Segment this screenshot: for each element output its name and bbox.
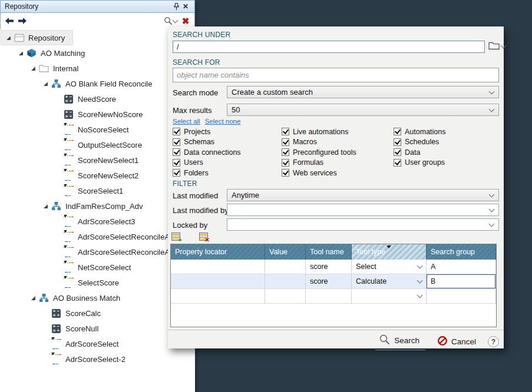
tree-item-scorenull[interactable]: +−×÷ScoreNull xyxy=(1,321,107,336)
back-arrow-icon[interactable] xyxy=(5,16,14,26)
checked-checkbox-icon[interactable] xyxy=(282,159,289,167)
column-header-tool-type[interactable]: Tool type xyxy=(352,244,427,260)
checkbox-projects[interactable]: Projects xyxy=(173,127,241,137)
cell-value[interactable] xyxy=(265,274,306,288)
checked-checkbox-icon[interactable] xyxy=(394,138,401,146)
browse-folder-button[interactable] xyxy=(488,41,505,52)
checkbox-web-services[interactable]: Web services xyxy=(282,168,356,178)
cell-search-group[interactable] xyxy=(427,289,496,303)
cell-tool-type[interactable]: Select xyxy=(352,260,427,274)
pin-icon[interactable] xyxy=(171,2,181,11)
checkbox-schedules[interactable]: Schedules xyxy=(394,137,445,148)
tree-item-internal[interactable]: ◢Internal xyxy=(1,61,87,76)
tree-item-selectscore[interactable]: SelectScore xyxy=(1,275,127,290)
cell-search-group[interactable]: B xyxy=(427,274,496,288)
tree-item-noscoreselect[interactable]: NoScoreSelect xyxy=(1,122,137,137)
checked-checkbox-icon[interactable] xyxy=(282,128,289,135)
close-icon[interactable]: ✕ xyxy=(181,2,190,11)
cell-property-locator[interactable] xyxy=(171,260,265,274)
tree-item-ao-matching[interactable]: ◢AO Matching xyxy=(1,45,93,61)
checked-checkbox-icon[interactable] xyxy=(173,148,180,156)
checkbox-automations[interactable]: Automations xyxy=(394,127,445,137)
search-mode-select[interactable]: Create a custom search xyxy=(227,86,499,98)
forward-arrow-icon[interactable] xyxy=(18,16,27,26)
add-row-icon[interactable]: + xyxy=(171,232,180,241)
column-header-search-group[interactable]: Search group xyxy=(427,244,496,260)
tree-item-adrscoreselect3[interactable]: AdrScoreSelect3 xyxy=(1,214,144,229)
tree-item-needscore[interactable]: +−×÷NeedScore xyxy=(1,91,124,107)
tree-item-adrscoreselect-2[interactable]: AdrScoreSelect-2 xyxy=(1,351,134,367)
search-button[interactable]: Search xyxy=(375,333,425,350)
last-modified-select[interactable]: Anytime xyxy=(227,189,499,201)
checkbox-data-connections[interactable]: Data connections xyxy=(173,147,241,158)
checkbox-data[interactable]: Data xyxy=(394,147,445,158)
cell-search-group[interactable]: A xyxy=(427,260,496,274)
cell-tool-type[interactable]: Calculate xyxy=(352,274,427,288)
search-under-input[interactable] xyxy=(173,41,485,53)
tree-item-ao-blank-field-reconcile[interactable]: ◢AO Blank Field Reconcile xyxy=(1,76,160,91)
cell-value[interactable] xyxy=(265,260,306,274)
select-none-link[interactable]: Select none xyxy=(205,118,241,125)
expander-icon[interactable]: ◢ xyxy=(41,203,50,209)
tree-item-repository[interactable]: ◢Repository xyxy=(1,30,73,45)
tree-item-outputselectscore[interactable]: OutputSelectScore xyxy=(1,137,150,152)
select-all-link[interactable]: Select all xyxy=(173,118,200,125)
checkbox-user-groups[interactable]: User groups xyxy=(394,158,445,168)
checkbox-schemas[interactable]: Schemas xyxy=(173,137,241,148)
checkbox-live-automations[interactable]: Live automations xyxy=(282,127,356,137)
cell-property-locator[interactable] xyxy=(171,274,265,288)
search-dropdown-icon[interactable] xyxy=(163,16,177,26)
expander-icon[interactable]: ◢ xyxy=(4,35,13,41)
cell-tool-type[interactable] xyxy=(352,289,427,303)
expander-icon[interactable]: ◢ xyxy=(29,295,38,301)
checkbox-formulas[interactable]: Formulas xyxy=(282,158,356,168)
checked-checkbox-icon[interactable] xyxy=(394,128,401,135)
checkbox-preconfigured-tools[interactable]: Preconfigured tools xyxy=(282,147,356,158)
checked-checkbox-icon[interactable] xyxy=(173,138,180,146)
table-row[interactable] xyxy=(171,289,496,304)
table-row[interactable]: scoreCalculateB xyxy=(171,274,496,289)
tree-item-scorenewselect2[interactable]: ScoreNewSelect2 xyxy=(1,168,147,183)
cell-tool-name[interactable]: score xyxy=(306,274,352,288)
help-button[interactable]: ? xyxy=(488,336,499,347)
checked-checkbox-icon[interactable] xyxy=(394,159,401,167)
checkbox-folders[interactable]: Folders xyxy=(173,168,241,178)
checked-checkbox-icon[interactable] xyxy=(282,148,289,156)
tree-item-indfamrescomp-adv[interactable]: ◢IndFamResComp_Adv xyxy=(1,198,151,214)
tree-item-scorecalc[interactable]: +−×÷ScoreCalc xyxy=(1,305,109,321)
last-modified-by-select[interactable] xyxy=(227,204,499,216)
checked-checkbox-icon[interactable] xyxy=(173,128,180,135)
cancel-button[interactable]: Cancel xyxy=(437,335,476,348)
clear-search-icon[interactable]: ✖ xyxy=(181,16,190,26)
expander-icon[interactable]: ◢ xyxy=(16,50,25,56)
checked-checkbox-icon[interactable] xyxy=(173,159,180,167)
tree-item-scorenewselect1[interactable]: ScoreNewSelect1 xyxy=(1,152,147,168)
table-row[interactable]: scoreSelectA xyxy=(171,260,496,274)
locked-by-select[interactable] xyxy=(227,218,499,231)
checkbox-users[interactable]: Users xyxy=(173,158,241,168)
tree-item-netscoreselect[interactable]: NetScoreSelect xyxy=(1,260,139,275)
column-header-property-locator[interactable]: Property locator xyxy=(171,244,265,260)
search-for-input[interactable] xyxy=(173,68,499,82)
tree-item-adrscoreselect[interactable]: AdrScoreSelect xyxy=(1,336,127,351)
cell-value[interactable] xyxy=(265,289,306,303)
cell-tool-name[interactable] xyxy=(306,289,352,303)
cell-property-locator[interactable] xyxy=(171,289,265,303)
tree-item-adrscoreselectreconcileapt[interactable]: AdrScoreSelectReconcileApt xyxy=(1,229,184,244)
column-header-tool-name[interactable]: Tool name xyxy=(306,244,352,260)
expander-icon[interactable]: ◢ xyxy=(29,65,38,71)
tree-item-ao-business-match[interactable]: ◢AO Business Match xyxy=(1,290,128,305)
checked-checkbox-icon[interactable] xyxy=(173,169,180,177)
max-results-select[interactable]: 50 xyxy=(227,104,499,116)
expander-icon[interactable]: ◢ xyxy=(41,81,50,87)
delete-row-icon[interactable]: ✕ xyxy=(199,232,208,241)
tree-item-adrscoreselectreconcileapt2[interactable]: AdrScoreSelectReconcileApt2 xyxy=(1,244,189,260)
checked-checkbox-icon[interactable] xyxy=(282,169,289,177)
tree-item-scorenewnoscore[interactable]: +−×÷ScoreNewNoScore xyxy=(1,107,151,122)
cell-tool-name[interactable]: score xyxy=(306,260,352,274)
checkbox-macros[interactable]: Macros xyxy=(282,137,356,148)
checked-checkbox-icon[interactable] xyxy=(394,148,401,156)
tree-item-scoreselect1[interactable]: ScoreSelect1 xyxy=(1,183,131,198)
column-header-value[interactable]: Value xyxy=(265,244,306,260)
checked-checkbox-icon[interactable] xyxy=(282,138,289,146)
